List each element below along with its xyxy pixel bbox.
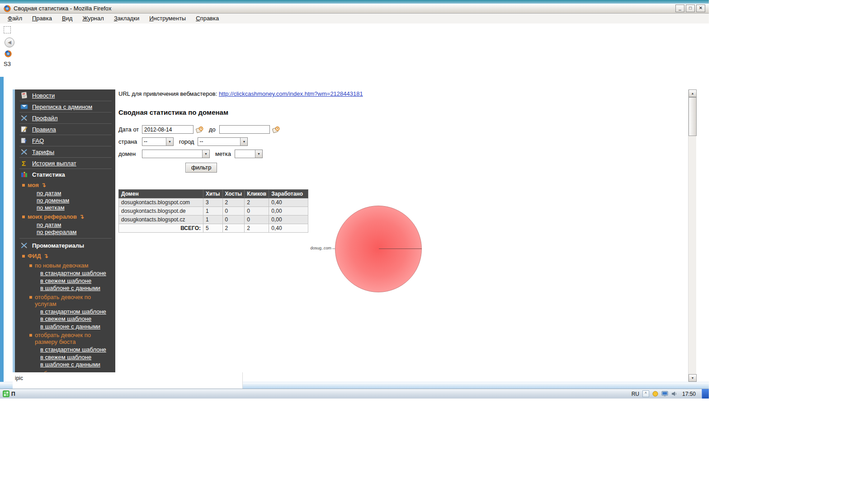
my-by-dates-link[interactable]: по датам <box>37 190 61 197</box>
s3-badge: S3 <box>4 61 11 67</box>
vertical-scrollbar[interactable] <box>688 89 696 382</box>
feed-link[interactable]: в стандартном шаблоне <box>40 270 106 277</box>
feed-link[interactable]: в свежем шаблоне <box>40 277 91 285</box>
sidebar-cat-referrals[interactable]: моих рефералов <box>19 211 112 221</box>
pie-chart <box>335 206 422 292</box>
sidebar-item-payments[interactable]: Σ История выплат <box>19 157 112 169</box>
domains-stat-table: Домен Хиты Хосты Кликов Заработано dosug… <box>118 189 308 233</box>
menu-file[interactable]: Файл <box>3 14 27 23</box>
ref-by-dates-link[interactable]: по датам <box>37 221 61 228</box>
window-left-border <box>0 77 4 389</box>
curved-arrow-icon <box>43 253 48 259</box>
scroll-up-button[interactable] <box>689 89 697 97</box>
filter-row-geo: страна -- город -- <box>118 137 688 146</box>
back-button[interactable] <box>5 38 14 47</box>
feed-link[interactable]: в шаблоне с данными <box>40 323 100 330</box>
feed-group-by-bust: отобрать девочек по размеру бюста <box>19 330 112 346</box>
city-label: город <box>179 138 194 145</box>
scrollbar-thumb[interactable] <box>689 97 697 136</box>
webmaster-url-line: URL для привлечения вебмастеров: http://… <box>118 90 688 97</box>
sidebar-cat-feed[interactable]: ФИД <box>19 251 112 261</box>
dropdown-icon[interactable] <box>166 138 173 145</box>
taskbar-blue-panel[interactable] <box>702 389 709 399</box>
page-title: Сводная статистика по доменам <box>118 108 688 116</box>
sidebar-item-news[interactable]: Новости <box>19 90 112 101</box>
country-label: страна <box>118 138 142 145</box>
tools-icon <box>20 148 28 155</box>
tariffs-link[interactable]: Тарифы <box>32 149 54 155</box>
filter-row-domain: домен метка <box>118 150 688 158</box>
render-artifact-overlay: ipic <box>13 372 243 389</box>
taskbar: П RU 17:50 <box>0 389 709 399</box>
menu-help[interactable]: Справка <box>191 14 224 23</box>
feed-link[interactable]: в стандартном шаблоне <box>40 346 106 353</box>
feed-link[interactable]: в стандартном шаблоне <box>40 308 106 315</box>
tag-select[interactable] <box>235 150 263 158</box>
pie-slice-label: dosug..com <box>295 246 331 250</box>
filter-button[interactable]: фильтр <box>185 163 217 173</box>
my-by-tags-link[interactable]: по меткам <box>37 204 65 211</box>
pie-radius-line <box>379 249 422 249</box>
tray-chevron-icon[interactable] <box>642 390 649 397</box>
menu-edit[interactable]: Правка <box>27 14 57 23</box>
date-to-input[interactable] <box>219 125 270 134</box>
minimize-button[interactable]: _ <box>675 5 684 12</box>
webmaster-url-link[interactable]: http://clickcashmoney.com/index.htm?wm=2… <box>219 90 363 97</box>
menu-history[interactable]: Журнал <box>77 14 108 23</box>
pencil-icon <box>20 126 28 133</box>
dropdown-icon[interactable] <box>255 150 262 158</box>
dropdown-icon[interactable] <box>240 138 247 145</box>
mail-icon <box>20 103 28 110</box>
feed-link[interactable]: в шаблоне с данными <box>40 361 100 368</box>
sidebar-cat-my[interactable]: моя <box>19 180 112 190</box>
sidebar-section-statistics: Статистика <box>19 169 112 180</box>
profile-link[interactable]: Профайл <box>32 115 58 122</box>
my-by-domains-link[interactable]: по доменам <box>37 197 69 204</box>
sidebar-section-promo: Промоматериалы <box>19 238 112 251</box>
scroll-down-button[interactable] <box>689 374 697 382</box>
page-content: URL для привлечения вебмастеров: http://… <box>118 89 688 233</box>
feed-link[interactable]: в шаблоне с данными <box>40 285 100 292</box>
domain-select[interactable] <box>142 150 210 158</box>
system-tray: RU 17:50 <box>632 389 709 399</box>
close-button[interactable]: ✕ <box>696 5 705 12</box>
language-indicator[interactable]: RU <box>632 391 639 397</box>
window-title: Сводная статистика - Mozilla Firefox <box>14 5 674 12</box>
feed-link[interactable]: в свежем шаблоне <box>40 354 91 361</box>
table-row: dosugkontacts.blogspot.cz 1 0 0 0,00 <box>119 216 308 224</box>
news-link[interactable]: Новости <box>32 92 55 99</box>
start-button[interactable]: П <box>0 389 18 399</box>
payments-link[interactable]: История выплат <box>32 160 76 167</box>
table-header-row: Домен Хиты Хосты Кликов Заработано <box>119 190 308 198</box>
faq-link[interactable]: FAQ <box>32 137 44 144</box>
date-from-input[interactable] <box>142 125 193 134</box>
city-select[interactable]: -- <box>198 137 248 146</box>
tray-yellow-icon[interactable] <box>652 391 658 397</box>
sidebar-item-rules[interactable]: Правила <box>19 123 112 135</box>
date-from-label: Дата от <box>118 126 142 133</box>
tools-icon <box>20 114 28 122</box>
ref-by-referrals-link[interactable]: по рефералам <box>37 229 76 235</box>
sidebar-item-mail[interactable]: Переписка с админом <box>19 101 112 112</box>
maximize-button[interactable]: □ <box>686 5 695 12</box>
sidebar-item-tariffs[interactable]: Тарифы <box>19 146 112 157</box>
feed-group-by-services: отобрать девочек по услугам <box>19 292 112 308</box>
sidebar-item-faq[interactable]: ? FAQ <box>19 135 112 146</box>
menu-bookmarks[interactable]: Закладки <box>109 14 144 23</box>
sum-icon: Σ <box>20 160 28 167</box>
dropdown-icon[interactable] <box>202 150 209 158</box>
rules-link[interactable]: Правила <box>32 126 56 133</box>
mail-link[interactable]: Переписка с админом <box>32 103 92 110</box>
sidebar-item-profile[interactable]: Профайл <box>19 112 112 123</box>
menu-tools[interactable]: Инструменты <box>144 14 191 23</box>
faq-icon: ? <box>20 137 28 144</box>
menu-view[interactable]: Вид <box>57 14 78 23</box>
statistics-title: Статистика <box>32 171 65 178</box>
tray-volume-icon[interactable] <box>671 391 678 397</box>
taskbar-clock: 17:50 <box>682 391 696 397</box>
tray-display-icon[interactable] <box>661 391 668 397</box>
calendar-icon[interactable] <box>196 126 203 133</box>
feed-link[interactable]: в свежем шаблоне <box>40 315 91 323</box>
calendar-icon[interactable] <box>272 126 280 133</box>
country-select[interactable]: -- <box>142 137 174 146</box>
